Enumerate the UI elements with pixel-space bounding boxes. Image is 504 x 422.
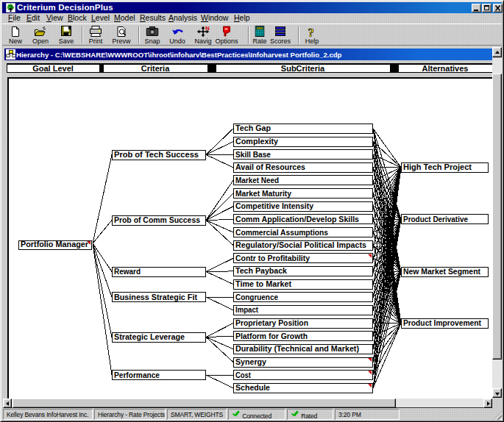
svg-text:Strategic Leverage: Strategic Leverage — [114, 332, 185, 341]
svg-text:Congruence: Congruence — [235, 293, 278, 301]
svg-text:Synergy: Synergy — [235, 357, 267, 366]
svg-text:Prob of Tech Success: Prob of Tech Success — [114, 150, 199, 159]
svg-text:Avail of Resources: Avail of Resources — [235, 162, 305, 171]
svg-text:Platform for Growth: Platform for Growth — [235, 332, 308, 340]
svg-text:Comm Application/Develop Skill: Comm Application/Develop Skills — [235, 215, 359, 223]
svg-text:N: N — [205, 26, 210, 32]
svg-text:Commercial Assumptions: Commercial Assumptions — [235, 228, 328, 237]
svg-text:Reward: Reward — [114, 267, 141, 276]
svg-text:Competitive Intensity: Competitive Intensity — [235, 201, 314, 210]
svg-text:?: ? — [308, 26, 315, 38]
svg-text:Performance: Performance — [114, 371, 160, 379]
svg-text:Contr to Profitability: Contr to Profitability — [235, 254, 310, 262]
svg-text:Portfolio Manager: Portfolio Manager — [21, 240, 89, 248]
svg-text:Tech Payback: Tech Payback — [235, 266, 288, 275]
svg-text:Impact: Impact — [235, 305, 258, 314]
svg-text:Schedule: Schedule — [235, 383, 270, 392]
svg-text:Complexity: Complexity — [235, 137, 279, 146]
svg-text:Time to Market: Time to Market — [235, 279, 291, 288]
svg-text:Skill Base: Skill Base — [235, 150, 271, 159]
svg-text:New Market Segment: New Market Segment — [403, 267, 480, 276]
svg-text:Durability (Technical and Mark: Durability (Technical and Market) — [235, 344, 359, 353]
svg-text:Market Maturity: Market Maturity — [235, 189, 292, 198]
svg-text:Tech Gap: Tech Gap — [235, 124, 271, 132]
svg-text:Cost: Cost — [235, 371, 251, 379]
svg-text:Product Improvement: Product Improvement — [403, 318, 481, 327]
svg-text:Business Strategic Fit: Business Strategic Fit — [114, 293, 197, 301]
svg-text:Regulatory/Social Political Im: Regulatory/Social Political Impacts — [235, 240, 366, 249]
svg-text:Prob of Comm Success: Prob of Comm Success — [114, 215, 200, 224]
svg-text:Product Derivative: Product Derivative — [403, 215, 468, 223]
svg-text:High Tech Project: High Tech Project — [403, 162, 472, 171]
svg-text:Proprietary Position: Proprietary Position — [235, 318, 308, 327]
svg-text:Market Need: Market Need — [235, 176, 279, 185]
